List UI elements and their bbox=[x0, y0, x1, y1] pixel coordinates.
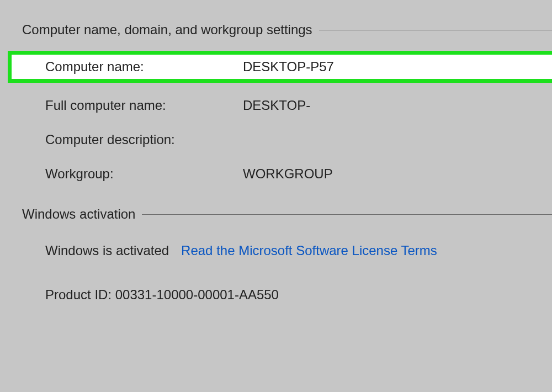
section-divider bbox=[319, 30, 552, 30]
activation-status-text: Windows is activated bbox=[45, 243, 169, 258]
value-computer-name: DESKTOP-P57 bbox=[243, 59, 334, 75]
row-workgroup: Workgroup: WORKGROUP bbox=[0, 157, 552, 191]
product-id-value: 00331-10000-00001-AA550 bbox=[115, 287, 279, 302]
row-full-computer-name: Full computer name: DESKTOP- bbox=[0, 88, 552, 123]
value-workgroup: WORKGROUP bbox=[243, 166, 333, 182]
label-full-computer-name: Full computer name: bbox=[0, 98, 243, 113]
value-full-computer-name: DESKTOP- bbox=[243, 98, 310, 113]
section-header-computer-name: Computer name, domain, and workgroup set… bbox=[0, 0, 552, 38]
section-header-activation: Windows activation bbox=[0, 206, 552, 222]
license-terms-link[interactable]: Read the Microsoft Software License Term… bbox=[181, 243, 437, 258]
label-workgroup: Workgroup: bbox=[0, 166, 243, 182]
section-title-activation: Windows activation bbox=[22, 206, 135, 222]
section-title-computer-name: Computer name, domain, and workgroup set… bbox=[22, 22, 312, 38]
product-id-line: Product ID: 00331-10000-00001-AA550 bbox=[45, 287, 279, 303]
product-id-label: Product ID: bbox=[45, 287, 115, 302]
section-divider bbox=[142, 214, 552, 215]
label-computer-description: Computer description: bbox=[0, 132, 243, 147]
activation-line: Windows is activated Read the Microsoft … bbox=[45, 243, 437, 258]
row-computer-description: Computer description: bbox=[0, 123, 552, 157]
label-computer-name: Computer name: bbox=[0, 59, 243, 75]
row-computer-name: Computer name: DESKTOP-P57 bbox=[0, 51, 552, 83]
